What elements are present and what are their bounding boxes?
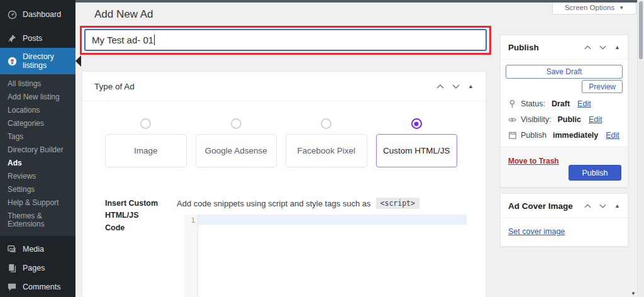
edit-schedule-link[interactable]: Edit: [606, 131, 619, 140]
text-cursor: [154, 35, 155, 45]
ad-cover-image-panel: Ad Cover Image ▲ Set cover image: [500, 193, 628, 247]
sidebar-subitem-tags[interactable]: Tags: [0, 130, 75, 143]
publish-when-label: Publish: [521, 131, 547, 140]
sidebar-item-label: Comments: [23, 283, 60, 291]
screen-options-button[interactable]: Screen Options ▼: [552, 1, 636, 14]
panel-title: Ad Cover Image: [508, 201, 573, 211]
sidebar-item-comments[interactable]: Comments: [0, 277, 75, 296]
visibility-row: Visibility: Public Edit: [508, 115, 620, 124]
eye-icon: [508, 117, 516, 123]
sidebar-subitem-settings[interactable]: Settings: [0, 183, 75, 196]
pages-icon: [7, 263, 17, 273]
sidebar-item-media[interactable]: Media: [0, 240, 75, 259]
radio-custom-html-js[interactable]: [411, 118, 422, 129]
sidebar-item-label: Posts: [23, 34, 42, 43]
editor-active-line: [198, 215, 467, 225]
ad-cover-panel-header: Ad Cover Image ▲: [501, 194, 628, 218]
publish-button[interactable]: Publish: [569, 165, 621, 181]
publish-panel: Publish ▲ Save Draft Preview Status: Dra…: [500, 35, 628, 188]
chevron-down-icon: ▼: [619, 5, 624, 11]
admin-sidebar: Dashboard Posts Directory listings All l…: [0, 0, 75, 297]
code-editor[interactable]: 1: [184, 215, 467, 297]
sidebar-subitem-categories[interactable]: Categories: [0, 117, 75, 130]
page-scrollbar[interactable]: [637, 0, 644, 297]
custom-code-field: Insert Custom HTML/JS Code Add code snip…: [82, 198, 486, 297]
ad-title-value: My Test ad- 01: [92, 35, 153, 45]
screen-options-label: Screen Options: [565, 4, 614, 11]
sidebar-item-label: Dashboard: [23, 10, 61, 19]
sidebar-item-directory-listings[interactable]: Directory listings: [0, 48, 75, 74]
preview-button[interactable]: Preview: [582, 80, 623, 93]
media-icon: [7, 244, 17, 254]
move-up-icon[interactable]: [584, 204, 591, 208]
directory-listings-icon: [7, 56, 17, 66]
card-facebook-pixel[interactable]: Facebook Pixel: [286, 134, 367, 167]
custom-code-label: Insert Custom HTML/JS Code: [105, 198, 177, 297]
visibility-label: Visibility:: [521, 115, 551, 124]
sidebar-item-pages[interactable]: Pages: [0, 259, 75, 277]
sidebar-subitem-help-support[interactable]: Help & Support: [0, 196, 75, 210]
panel-title: Publish: [508, 43, 539, 52]
publish-when-value: immediately: [553, 131, 598, 140]
card-custom-html-js[interactable]: Custom HTML/JS: [376, 134, 458, 167]
editor-line-number-gutter: 1: [184, 215, 198, 297]
page-title: Add New Ad: [94, 8, 153, 21]
publish-panel-header: Publish ▲: [501, 35, 628, 60]
ad-type-radio-row: [82, 118, 486, 129]
visibility-value: Public: [557, 115, 581, 124]
scrollbar-thumb[interactable]: [639, 1, 643, 59]
pushpin-icon: [7, 33, 17, 43]
type-of-ad-panel: Type of Ad ▲ Image Google Adsense Facebo…: [82, 71, 486, 297]
move-to-trash-link[interactable]: Move to Trash: [508, 157, 559, 165]
sidebar-subitem-ads[interactable]: Ads: [0, 157, 75, 170]
edit-visibility-link[interactable]: Edit: [589, 115, 602, 124]
code-tag-chip: <script>: [376, 198, 419, 209]
calendar-icon: [508, 132, 516, 139]
type-of-ad-panel-header: Type of Ad ▲: [82, 72, 486, 101]
save-draft-button[interactable]: Save Draft: [506, 65, 623, 79]
schedule-row: Publish immediately Edit: [508, 131, 620, 140]
sidebar-subitem-themes-extensions[interactable]: Themes & Extensions: [0, 210, 75, 231]
status-row: Status: Draft Edit: [508, 99, 620, 108]
sidebar-subitem-locations[interactable]: Locations: [0, 104, 75, 117]
directory-listings-submenu: All listings Add New listing Locations C…: [0, 74, 75, 236]
sidebar-item-label: Pages: [23, 264, 45, 272]
radio-facebook-pixel[interactable]: [321, 118, 331, 129]
edit-status-link[interactable]: Edit: [577, 99, 591, 108]
radio-image[interactable]: [140, 118, 151, 129]
sidebar-subitem-add-new-listing[interactable]: Add New listing: [0, 91, 75, 104]
card-image[interactable]: Image: [105, 134, 187, 167]
set-cover-image-link[interactable]: Set cover image: [508, 227, 565, 236]
status-pin-icon: [508, 100, 516, 108]
sidebar-item-posts[interactable]: Posts: [0, 29, 75, 48]
sidebar-item-label: Directory listings: [23, 52, 69, 70]
status-label: Status:: [521, 99, 545, 108]
ad-title-input[interactable]: My Test ad- 01: [84, 29, 487, 51]
scroll-down-icon: ▼: [631, 291, 636, 296]
admin-top-bar: [0, 0, 644, 3]
editor-code-area[interactable]: [198, 215, 467, 297]
radio-google-adsense[interactable]: [231, 118, 242, 129]
dashboard-icon: [7, 9, 17, 20]
publish-panel-footer: Move to Trash Publish: [501, 147, 628, 187]
custom-code-description: Add code snippets using script and style…: [177, 198, 472, 209]
status-value: Draft: [552, 99, 570, 108]
sidebar-subitem-directory-builder[interactable]: Directory Builder: [0, 143, 75, 157]
sidebar-subitem-reviews[interactable]: Reviews: [0, 170, 75, 183]
collapse-toggle-icon[interactable]: ▲: [614, 203, 620, 209]
move-down-icon[interactable]: [599, 45, 606, 50]
annotation-highlight-box: My Test ad- 01: [80, 26, 491, 55]
collapse-toggle-icon[interactable]: ▲: [614, 44, 620, 50]
move-up-icon[interactable]: [584, 45, 591, 50]
move-down-icon[interactable]: [599, 204, 606, 208]
card-google-adsense[interactable]: Google Adsense: [196, 134, 277, 167]
sidebar-subitem-all-listings[interactable]: All listings: [0, 77, 75, 91]
collapse-toggle-icon[interactable]: ▲: [468, 83, 474, 89]
ad-type-cards-row: Image Google Adsense Facebook Pixel Cust…: [82, 134, 486, 167]
move-down-icon[interactable]: [452, 84, 460, 89]
panel-title: Type of Ad: [94, 82, 135, 91]
comments-icon: [7, 282, 17, 292]
sidebar-item-dashboard[interactable]: Dashboard: [0, 5, 75, 24]
move-up-icon[interactable]: [436, 84, 444, 89]
sidebar-item-label: Media: [23, 245, 44, 254]
